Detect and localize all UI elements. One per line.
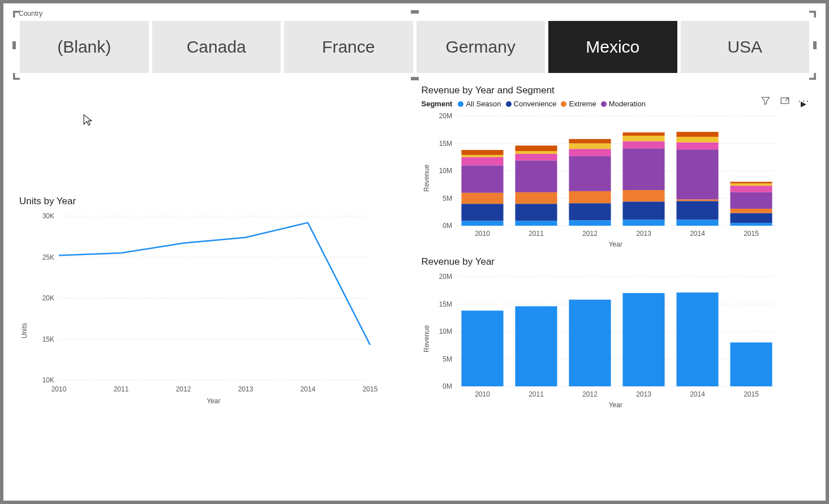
svg-text:2011: 2011 [114,385,129,393]
svg-text:2010: 2010 [475,230,490,238]
revenue-by-year-chart[interactable]: Revenue by Year Revenue 0M5M10M15M20M201… [422,254,810,409]
svg-rect-68 [730,213,772,223]
slicer-item-canada[interactable]: Canada [152,21,281,73]
svg-rect-59 [676,219,718,226]
legend-swatch [561,101,566,107]
legend-item[interactable]: Convenience [506,100,557,108]
svg-rect-33 [461,150,503,155]
resize-handle[interactable] [411,77,419,80]
svg-rect-30 [461,165,503,193]
svg-rect-48 [569,144,611,149]
legend-item[interactable]: Extreme [561,100,596,108]
svg-text:15K: 15K [42,335,54,343]
svg-rect-41 [515,145,557,151]
svg-rect-51 [622,219,664,226]
svg-text:2012: 2012 [582,390,598,398]
svg-rect-53 [622,190,664,201]
svg-text:2010: 2010 [51,385,67,393]
svg-text:10M: 10M [439,167,452,175]
svg-text:20M: 20M [439,112,452,120]
svg-text:10M: 10M [439,328,452,335]
svg-rect-89 [569,300,611,386]
svg-rect-56 [622,136,664,141]
resize-handle[interactable] [813,41,817,49]
svg-rect-55 [622,141,664,149]
legend-label: Extreme [569,100,596,108]
legend-label: Moderation [609,100,646,108]
svg-rect-39 [515,154,557,161]
svg-rect-27 [461,221,503,226]
slicer-item-mexico[interactable]: Mexico [548,21,677,73]
svg-text:2011: 2011 [529,230,544,238]
svg-rect-93 [676,292,718,386]
line-chart-svg: 10K15K20K25K30K201020112012201320142015 [19,210,381,397]
legend-item[interactable]: All Season [458,100,501,108]
legend-swatch [458,101,463,107]
svg-rect-62 [676,149,718,199]
slicer-item--blank-[interactable]: (Blank) [20,21,149,73]
svg-rect-49 [569,139,611,144]
svg-text:25K: 25K [42,253,54,261]
resize-handle[interactable] [411,10,419,14]
report-canvas: Country (Blank)CanadaFranceGermanyMexico… [0,0,829,504]
chart-title: Revenue by Year [422,256,810,268]
svg-rect-47 [569,149,611,156]
revenue-by-year-segment-chart[interactable]: Revenue by Year and Segment Segment All … [422,83,810,248]
svg-text:30K: 30K [42,212,54,220]
svg-rect-70 [730,192,772,209]
slicer-item-usa[interactable]: USA [681,21,810,73]
country-slicer-visual[interactable]: Country (Blank)CanadaFranceGermanyMexico… [14,11,815,79]
svg-rect-69 [730,209,772,213]
svg-rect-91 [622,293,664,386]
svg-text:20M: 20M [439,273,452,281]
svg-rect-64 [676,137,718,143]
svg-text:15M: 15M [439,300,452,308]
svg-text:2015: 2015 [363,385,378,393]
legend-swatch [506,101,512,107]
y-axis-label: Revenue [423,165,431,192]
svg-rect-57 [622,132,664,136]
svg-text:0M: 0M [443,382,452,390]
svg-text:2014: 2014 [300,385,316,393]
svg-text:2013: 2013 [636,230,651,238]
y-axis-label: Revenue [423,325,431,352]
svg-text:2013: 2013 [238,385,254,393]
svg-text:20K: 20K [42,294,54,302]
slicer-item-germany[interactable]: Germany [416,21,545,73]
legend-more-icon[interactable]: ▶ [801,100,806,108]
svg-rect-32 [461,155,503,157]
svg-text:2011: 2011 [529,390,544,398]
svg-rect-35 [515,221,557,226]
legend-item[interactable]: Moderation [601,100,646,108]
svg-rect-28 [461,204,503,221]
svg-rect-52 [622,201,664,219]
svg-rect-65 [676,132,718,137]
legend-label: All Season [466,100,501,108]
legend-label: Convenience [514,100,557,108]
units-by-year-chart[interactable]: Units by Year Units 10K15K20K25K30K20102… [19,196,408,405]
chart-title: Units by Year [19,196,408,207]
svg-text:2012: 2012 [582,230,598,238]
resize-handle[interactable] [12,41,16,49]
legend: Segment All SeasonConvenienceExtremeMode… [422,100,810,108]
svg-text:2014: 2014 [690,230,705,238]
svg-text:2015: 2015 [744,230,759,238]
slicer-item-france[interactable]: France [284,21,413,73]
svg-text:0M: 0M [443,222,452,230]
svg-rect-44 [569,203,611,220]
svg-text:5M: 5M [443,195,452,203]
svg-rect-61 [676,199,718,201]
svg-rect-60 [676,201,718,219]
svg-rect-85 [461,311,503,386]
stacked-bar-chart-svg: 0M5M10M15M20M201020112012201320142015 [422,110,784,240]
svg-rect-95 [730,342,772,386]
svg-text:5M: 5M [443,355,452,363]
svg-text:2014: 2014 [690,390,705,398]
svg-rect-63 [676,143,718,150]
svg-rect-38 [515,161,557,192]
svg-text:2013: 2013 [636,390,651,398]
legend-title: Segment [422,100,453,108]
svg-text:2015: 2015 [744,390,759,398]
svg-rect-67 [730,223,772,226]
svg-rect-54 [622,148,664,190]
